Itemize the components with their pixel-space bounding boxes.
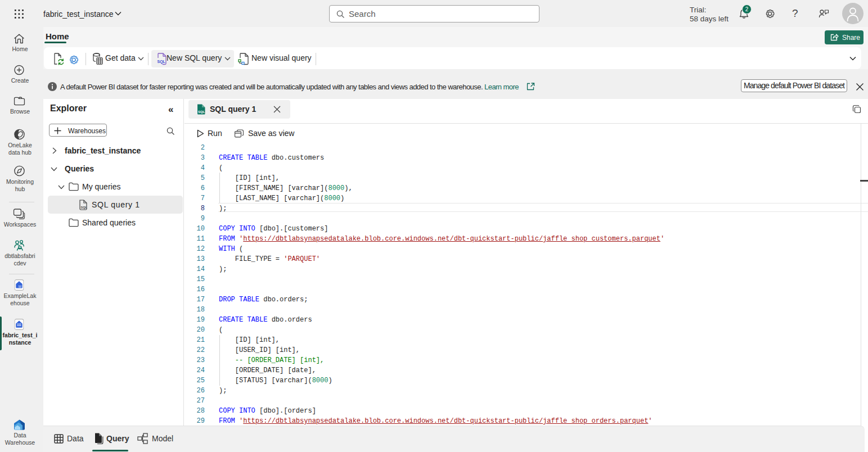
svg-text:SQL: SQL xyxy=(158,60,166,64)
svg-text:SQL: SQL xyxy=(198,110,205,114)
svg-text:2: 2 xyxy=(745,6,749,12)
svg-text:SQL: SQL xyxy=(81,206,88,209)
